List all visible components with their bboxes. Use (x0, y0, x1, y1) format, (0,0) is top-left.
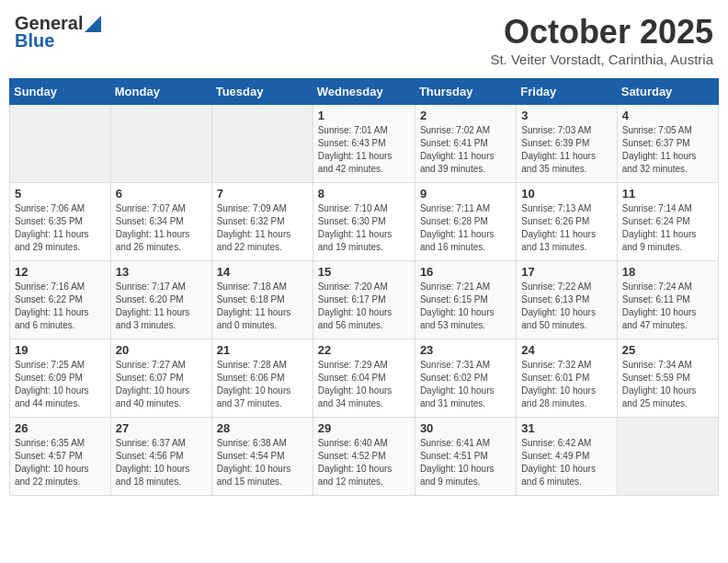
weekday-header-sunday: Sunday (10, 79, 111, 105)
calendar-cell: 2Sunrise: 7:02 AM Sunset: 6:41 PM Daylig… (415, 105, 516, 183)
day-info: Sunrise: 7:02 AM Sunset: 6:41 PM Dayligh… (420, 124, 511, 176)
day-number: 1 (318, 109, 410, 122)
day-number: 28 (217, 421, 308, 435)
calendar-table: SundayMondayTuesdayWednesdayThursdayFrid… (9, 78, 719, 496)
day-info: Sunrise: 6:38 AM Sunset: 4:54 PM Dayligh… (217, 437, 308, 488)
calendar-cell: 19Sunrise: 7:25 AM Sunset: 6:09 PM Dayli… (10, 339, 111, 418)
day-number: 22 (318, 343, 410, 357)
day-info: Sunrise: 6:40 AM Sunset: 4:52 PM Dayligh… (318, 437, 410, 488)
calendar-cell: 20Sunrise: 7:27 AM Sunset: 6:07 PM Dayli… (110, 339, 211, 418)
logo-triangle-icon (85, 16, 101, 32)
weekday-header-monday: Monday (110, 79, 211, 105)
day-number: 30 (420, 421, 511, 435)
day-number: 3 (521, 109, 611, 122)
day-number: 24 (521, 343, 611, 357)
calendar-cell: 29Sunrise: 6:40 AM Sunset: 4:52 PM Dayli… (313, 418, 415, 496)
day-info: Sunrise: 7:13 AM Sunset: 6:26 PM Dayligh… (521, 202, 611, 254)
day-info: Sunrise: 7:22 AM Sunset: 6:13 PM Dayligh… (521, 281, 611, 332)
calendar-cell (10, 105, 111, 183)
day-number: 15 (318, 265, 410, 279)
calendar-cell: 13Sunrise: 7:17 AM Sunset: 6:20 PM Dayli… (110, 261, 211, 339)
day-number: 31 (521, 421, 611, 435)
day-info: Sunrise: 7:27 AM Sunset: 6:07 PM Dayligh… (116, 359, 207, 410)
day-number: 6 (116, 187, 207, 201)
day-info: Sunrise: 7:11 AM Sunset: 6:28 PM Dayligh… (420, 202, 511, 254)
day-info: Sunrise: 7:09 AM Sunset: 6:32 PM Dayligh… (217, 202, 308, 254)
day-info: Sunrise: 7:34 AM Sunset: 5:59 PM Dayligh… (622, 359, 713, 410)
day-info: Sunrise: 7:21 AM Sunset: 6:15 PM Dayligh… (420, 281, 511, 332)
day-number: 7 (217, 187, 308, 201)
day-number: 11 (622, 187, 713, 201)
day-number: 2 (420, 109, 511, 122)
calendar-cell: 16Sunrise: 7:21 AM Sunset: 6:15 PM Dayli… (415, 261, 516, 339)
day-number: 17 (521, 265, 611, 279)
weekday-header-tuesday: Tuesday (211, 79, 313, 105)
day-info: Sunrise: 6:41 AM Sunset: 4:51 PM Dayligh… (420, 437, 511, 488)
day-number: 12 (15, 265, 106, 279)
day-info: Sunrise: 6:35 AM Sunset: 4:57 PM Dayligh… (15, 437, 106, 488)
calendar-cell: 31Sunrise: 6:42 AM Sunset: 4:49 PM Dayli… (517, 418, 617, 496)
page-header: General Blue October 2025 St. Veiter Vor… (9, 9, 719, 71)
calendar-cell: 3Sunrise: 7:03 AM Sunset: 6:39 PM Daylig… (517, 105, 617, 183)
day-number: 25 (622, 343, 713, 357)
day-number: 8 (318, 187, 410, 201)
svg-marker-0 (85, 16, 101, 32)
day-number: 18 (622, 265, 713, 279)
calendar-cell: 5Sunrise: 7:06 AM Sunset: 6:35 PM Daylig… (10, 183, 111, 261)
calendar-cell: 14Sunrise: 7:18 AM Sunset: 6:18 PM Dayli… (211, 261, 313, 339)
calendar-cell: 17Sunrise: 7:22 AM Sunset: 6:13 PM Dayli… (517, 261, 617, 339)
day-info: Sunrise: 7:05 AM Sunset: 6:37 PM Dayligh… (622, 124, 713, 176)
calendar-cell: 24Sunrise: 7:32 AM Sunset: 6:01 PM Dayli… (517, 339, 617, 418)
calendar-cell: 15Sunrise: 7:20 AM Sunset: 6:17 PM Dayli… (313, 261, 415, 339)
day-info: Sunrise: 7:25 AM Sunset: 6:09 PM Dayligh… (15, 359, 106, 410)
day-number: 21 (217, 343, 308, 357)
day-info: Sunrise: 7:28 AM Sunset: 6:06 PM Dayligh… (217, 359, 308, 410)
calendar-cell: 28Sunrise: 6:38 AM Sunset: 4:54 PM Dayli… (211, 418, 313, 496)
day-info: Sunrise: 7:29 AM Sunset: 6:04 PM Dayligh… (318, 359, 410, 410)
calendar-cell: 4Sunrise: 7:05 AM Sunset: 6:37 PM Daylig… (617, 105, 718, 183)
weekday-header-thursday: Thursday (415, 79, 516, 105)
logo: General Blue (15, 13, 101, 52)
calendar-cell: 1Sunrise: 7:01 AM Sunset: 6:43 PM Daylig… (313, 105, 415, 183)
day-info: Sunrise: 7:24 AM Sunset: 6:11 PM Dayligh… (622, 281, 713, 332)
calendar-cell: 21Sunrise: 7:28 AM Sunset: 6:06 PM Dayli… (211, 339, 313, 418)
calendar-cell: 30Sunrise: 6:41 AM Sunset: 4:51 PM Dayli… (415, 418, 516, 496)
day-info: Sunrise: 7:31 AM Sunset: 6:02 PM Dayligh… (420, 359, 511, 410)
calendar-cell (617, 418, 718, 496)
day-number: 19 (15, 343, 106, 357)
day-number: 5 (15, 187, 106, 201)
calendar-cell: 23Sunrise: 7:31 AM Sunset: 6:02 PM Dayli… (415, 339, 516, 418)
day-info: Sunrise: 7:06 AM Sunset: 6:35 PM Dayligh… (15, 202, 106, 254)
calendar-cell: 7Sunrise: 7:09 AM Sunset: 6:32 PM Daylig… (211, 183, 313, 261)
calendar-cell: 25Sunrise: 7:34 AM Sunset: 5:59 PM Dayli… (617, 339, 718, 418)
calendar-cell (211, 105, 313, 183)
day-info: Sunrise: 7:07 AM Sunset: 6:34 PM Dayligh… (116, 202, 207, 254)
calendar-cell: 11Sunrise: 7:14 AM Sunset: 6:24 PM Dayli… (617, 183, 718, 261)
day-info: Sunrise: 7:10 AM Sunset: 6:30 PM Dayligh… (318, 202, 410, 254)
calendar-cell: 10Sunrise: 7:13 AM Sunset: 6:26 PM Dayli… (517, 183, 617, 261)
month-title: October 2025 (490, 13, 713, 52)
calendar-cell: 12Sunrise: 7:16 AM Sunset: 6:22 PM Dayli… (10, 261, 111, 339)
day-number: 29 (318, 421, 410, 435)
logo-blue-text: Blue (15, 30, 54, 52)
day-number: 16 (420, 265, 511, 279)
calendar-cell: 18Sunrise: 7:24 AM Sunset: 6:11 PM Dayli… (617, 261, 718, 339)
calendar-cell (110, 105, 211, 183)
week-row-5: 26Sunrise: 6:35 AM Sunset: 4:57 PM Dayli… (10, 418, 719, 496)
weekday-header-wednesday: Wednesday (313, 79, 415, 105)
day-info: Sunrise: 6:42 AM Sunset: 4:49 PM Dayligh… (521, 437, 611, 488)
day-number: 14 (217, 265, 308, 279)
calendar-cell: 27Sunrise: 6:37 AM Sunset: 4:56 PM Dayli… (110, 418, 211, 496)
day-number: 26 (15, 421, 106, 435)
day-info: Sunrise: 7:32 AM Sunset: 6:01 PM Dayligh… (521, 359, 611, 410)
day-info: Sunrise: 7:18 AM Sunset: 6:18 PM Dayligh… (217, 281, 308, 332)
day-info: Sunrise: 7:20 AM Sunset: 6:17 PM Dayligh… (318, 281, 410, 332)
weekday-header-saturday: Saturday (617, 79, 718, 105)
week-row-1: 1Sunrise: 7:01 AM Sunset: 6:43 PM Daylig… (10, 105, 719, 183)
calendar-cell: 9Sunrise: 7:11 AM Sunset: 6:28 PM Daylig… (415, 183, 516, 261)
day-info: Sunrise: 7:16 AM Sunset: 6:22 PM Dayligh… (15, 281, 106, 332)
location-title: St. Veiter Vorstadt, Carinthia, Austria (490, 52, 713, 67)
day-info: Sunrise: 7:03 AM Sunset: 6:39 PM Dayligh… (521, 124, 611, 176)
day-number: 27 (116, 421, 207, 435)
calendar-header-row: SundayMondayTuesdayWednesdayThursdayFrid… (10, 79, 719, 105)
